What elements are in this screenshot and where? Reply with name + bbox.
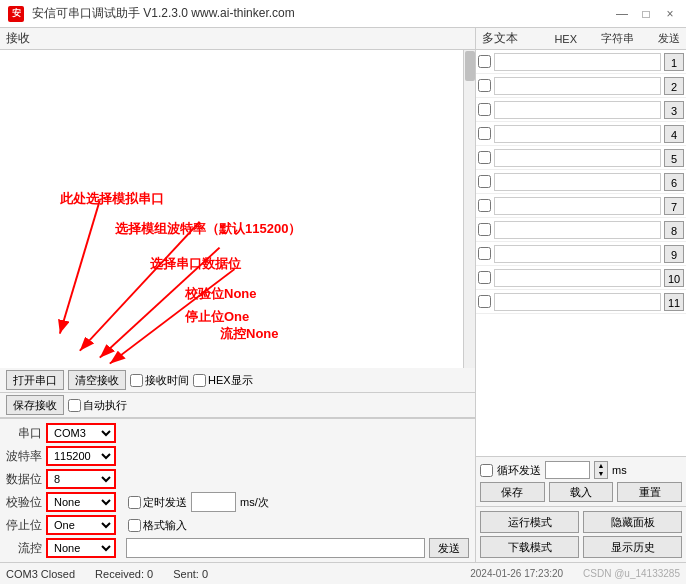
multitext-rows: 1 2 3 4 (476, 50, 686, 456)
multi-hex-checkbox-4[interactable] (478, 127, 491, 140)
multi-hex-checkbox-8[interactable] (478, 223, 491, 236)
cycle-send-checkbox[interactable] (480, 464, 493, 477)
hide-panel-button[interactable]: 隐藏面板 (583, 511, 682, 533)
recv-scrollbar[interactable] (463, 50, 475, 368)
multi-send-btn-10[interactable]: 10 (664, 269, 684, 287)
recv-label: 接收 (0, 28, 475, 50)
multi-text-input-1[interactable] (494, 53, 661, 71)
multi-text-input-9[interactable] (494, 245, 661, 263)
load-button[interactable]: 载入 (549, 482, 614, 502)
run-mode-button[interactable]: 运行模式 (480, 511, 579, 533)
multi-hex-checkbox-7[interactable] (478, 199, 491, 212)
annotation-svg (0, 50, 475, 368)
timed-send-input[interactable]: 800 (191, 492, 236, 512)
right-panel: 多文本 HEX 字符串 发送 1 2 (476, 28, 686, 562)
string-col-label: 字符串 (601, 31, 634, 46)
multi-send-btn-2[interactable]: 2 (664, 77, 684, 95)
baud-select[interactable]: 115200 (46, 446, 116, 466)
multi-row-7: 7 (476, 194, 686, 218)
multi-row-5: 5 (476, 146, 686, 170)
format-input-check-label: 格式输入 (128, 518, 187, 533)
annotation-baud: 选择模组波特率（默认115200） (115, 220, 301, 238)
send-input[interactable] (126, 538, 425, 558)
auto-run-checkbox[interactable] (68, 399, 81, 412)
right-bottom-buttons: 运行模式 隐藏面板 下载模式 显示历史 (476, 506, 686, 562)
multi-hex-checkbox-3[interactable] (478, 103, 491, 116)
port-select[interactable]: COM3 (46, 423, 116, 443)
reset-button[interactable]: 重置 (617, 482, 682, 502)
sent-count: Sent: 0 (173, 568, 208, 580)
multi-send-btn-6[interactable]: 6 (664, 173, 684, 191)
multi-row-1: 1 (476, 50, 686, 74)
port-label: 串口 (6, 425, 42, 442)
multi-hex-checkbox-5[interactable] (478, 151, 491, 164)
hex-display-checkbox[interactable] (193, 374, 206, 387)
multi-text-input-3[interactable] (494, 101, 661, 119)
svg-line-4 (110, 269, 235, 364)
minimize-button[interactable]: — (614, 6, 630, 22)
multi-send-btn-1[interactable]: 1 (664, 53, 684, 71)
auto-run-check-label: 自动执行 (68, 398, 127, 413)
multi-hex-checkbox-2[interactable] (478, 79, 491, 92)
cycle-spin-down[interactable]: ▼ (595, 470, 607, 478)
multi-row-10: 10 (476, 266, 686, 290)
title-bar: 安 安信可串口调试助手 V1.2.3.0 www.ai-thinker.com … (0, 0, 686, 28)
flow-label: 流控 (6, 540, 42, 557)
close-button[interactable]: × (662, 6, 678, 22)
maximize-button[interactable]: □ (638, 6, 654, 22)
parity-select[interactable]: None (46, 492, 116, 512)
stop-bits-select[interactable]: One (46, 515, 116, 535)
multi-hex-checkbox-10[interactable] (478, 271, 491, 284)
download-mode-button[interactable]: 下载模式 (480, 536, 579, 558)
multi-send-btn-8[interactable]: 8 (664, 221, 684, 239)
multi-send-btn-3[interactable]: 3 (664, 101, 684, 119)
multi-text-input-6[interactable] (494, 173, 661, 191)
stop-bits-label: 停止位 (6, 517, 42, 534)
multi-send-btn-9[interactable]: 9 (664, 245, 684, 263)
hex-display-check-label: HEX显示 (193, 373, 253, 388)
clear-recv-button[interactable]: 清空接收 (68, 370, 126, 390)
svg-line-1 (60, 200, 100, 333)
data-bits-select[interactable]: 8 (46, 469, 116, 489)
multi-hex-checkbox-11[interactable] (478, 295, 491, 308)
multi-row-8: 8 (476, 218, 686, 242)
send-button[interactable]: 发送 (429, 538, 469, 558)
cycle-interval-input[interactable]: 500 (545, 461, 590, 479)
hex-col-label: HEX (554, 33, 577, 45)
multi-row-9: 9 (476, 242, 686, 266)
multi-row-4: 4 (476, 122, 686, 146)
multi-text-input-10[interactable] (494, 269, 661, 287)
app-logo: 安 (8, 6, 24, 22)
svg-line-2 (80, 222, 200, 351)
multi-hex-checkbox-1[interactable] (478, 55, 491, 68)
save-recv-button[interactable]: 保存接收 (6, 395, 64, 415)
multi-hex-checkbox-6[interactable] (478, 175, 491, 188)
flow-select[interactable]: None (46, 538, 116, 558)
mid-buttons-row2: 保存接收 自动执行 (0, 393, 475, 418)
save-button[interactable]: 保存 (480, 482, 545, 502)
multi-send-btn-11[interactable]: 11 (664, 293, 684, 311)
show-history-button[interactable]: 显示历史 (583, 536, 682, 558)
multi-row-3: 3 (476, 98, 686, 122)
open-port-button[interactable]: 打开串口 (6, 370, 64, 390)
cycle-spinbox: ▲ ▼ (594, 461, 608, 479)
multi-send-btn-7[interactable]: 7 (664, 197, 684, 215)
recv-time-checkbox[interactable] (130, 374, 143, 387)
format-input-checkbox[interactable] (128, 519, 141, 532)
multi-send-btn-5[interactable]: 5 (664, 149, 684, 167)
cycle-spin-up[interactable]: ▲ (595, 462, 607, 470)
multitext-header: 多文本 HEX 字符串 发送 (476, 28, 686, 50)
multi-row-11: 11 (476, 290, 686, 314)
timed-send-checkbox[interactable] (128, 496, 141, 509)
multi-text-input-5[interactable] (494, 149, 661, 167)
multi-text-input-8[interactable] (494, 221, 661, 239)
multi-text-input-7[interactable] (494, 197, 661, 215)
port-settings: 串口 COM3 波特率 115200 数据位 8 (0, 418, 475, 562)
svg-line-3 (100, 248, 220, 358)
multi-hex-checkbox-9[interactable] (478, 247, 491, 260)
multi-text-input-2[interactable] (494, 77, 661, 95)
multi-send-btn-4[interactable]: 4 (664, 125, 684, 143)
annotation-stop: 停止位One (185, 308, 249, 326)
multi-text-input-11[interactable] (494, 293, 661, 311)
multi-text-input-4[interactable] (494, 125, 661, 143)
